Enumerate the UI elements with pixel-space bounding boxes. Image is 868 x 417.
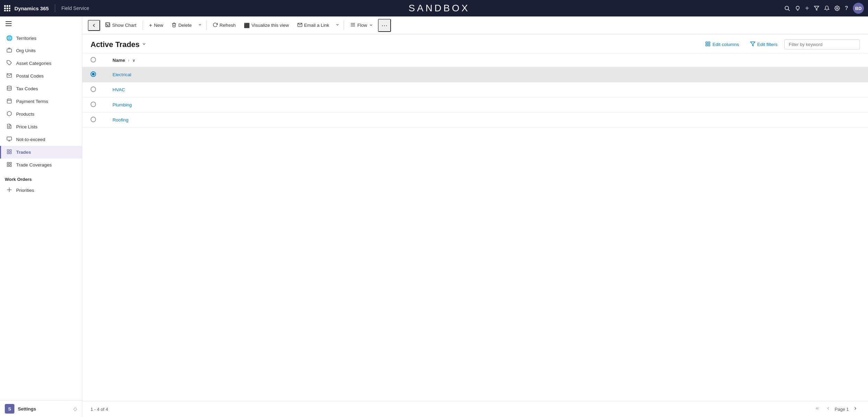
row-name-link[interactable]: Roofing [112, 117, 129, 123]
new-button[interactable]: + New [146, 20, 167, 31]
sidebar-item-label: Trades [16, 150, 31, 155]
bell-icon[interactable] [824, 5, 830, 11]
table-row[interactable]: HVAC [82, 82, 868, 97]
sort-asc-icon[interactable]: ↑ [128, 58, 130, 62]
refresh-button[interactable]: Refresh [209, 20, 239, 31]
sidebar-item-price-lists[interactable]: Price Lists [0, 120, 82, 133]
row-radio[interactable] [91, 117, 96, 122]
work-orders-section: Work Orders [0, 171, 82, 184]
email-link-icon [297, 22, 302, 28]
sort-dropdown-icon[interactable]: ∨ [132, 58, 135, 62]
products-icon [6, 111, 13, 117]
filter-input[interactable] [784, 39, 860, 49]
content-area: Show Chart + New Delete R [82, 16, 868, 417]
row-name-cell: Roofing [104, 113, 868, 128]
edit-filters-button[interactable]: Edit filters [746, 39, 782, 50]
avatar[interactable]: BD [853, 3, 864, 14]
row-check-cell [82, 113, 104, 128]
sidebar-item-products[interactable]: Products [0, 108, 82, 120]
svg-rect-44 [706, 44, 708, 46]
pagination: Page 1 [813, 405, 860, 414]
more-button[interactable]: ⋯ [378, 19, 391, 32]
row-name-cell: Electrical [104, 67, 868, 82]
sidebar-item-postal-codes[interactable]: Postal Codes [0, 70, 82, 82]
sidebar-item-asset-categories[interactable]: Asset Categories [0, 57, 82, 70]
svg-point-12 [836, 8, 838, 9]
waffle-icon[interactable] [4, 5, 10, 11]
refresh-label: Refresh [219, 23, 236, 28]
edit-filters-label: Edit filters [757, 42, 777, 47]
hamburger-icon[interactable] [5, 21, 12, 28]
svg-rect-1 [7, 5, 8, 7]
header-radio[interactable] [91, 57, 96, 62]
list-title-chevron-icon[interactable] [142, 42, 146, 47]
list-footer: 1 - 4 of 4 Page 1 [82, 401, 868, 417]
bulb-icon[interactable] [795, 5, 800, 11]
delete-button[interactable]: Delete [168, 20, 195, 31]
svg-rect-16 [7, 49, 11, 52]
show-chart-button[interactable]: Show Chart [102, 20, 140, 31]
brand-name[interactable]: Dynamics 365 [14, 5, 49, 11]
col-name-header: Name ↑ ∨ [104, 54, 868, 67]
sidebar-settings[interactable]: S Settings ◇ [0, 400, 82, 417]
svg-rect-29 [7, 150, 9, 151]
svg-rect-5 [9, 8, 10, 9]
delete-icon [171, 22, 177, 28]
settings-avatar: S [5, 404, 14, 414]
svg-rect-3 [4, 8, 6, 9]
row-name-link[interactable]: Plumbing [112, 102, 132, 107]
add-icon[interactable]: + [805, 4, 809, 12]
priorities-icon [6, 187, 13, 194]
svg-point-9 [785, 6, 789, 10]
sidebar-item-label: Postal Codes [16, 73, 44, 79]
sidebar-item-territories[interactable]: 🌐 Territories [0, 32, 82, 44]
table-row[interactable]: Roofing [82, 113, 868, 128]
app-brand: Dynamics 365 Field Service [14, 4, 89, 12]
help-icon[interactable]: ? [845, 5, 848, 11]
gear-icon[interactable] [834, 5, 840, 11]
prev-page-button[interactable] [824, 405, 833, 414]
edit-columns-button[interactable]: Edit columns [701, 39, 743, 50]
sidebar-item-priorities[interactable]: Priorities [0, 184, 82, 197]
row-radio[interactable] [91, 71, 96, 77]
sidebar-item-org-units[interactable]: Org Units [0, 44, 82, 57]
sidebar-item-trade-coverages[interactable]: Trade Coverages [0, 159, 82, 171]
row-name-link[interactable]: Electrical [112, 72, 131, 77]
flow-button[interactable]: Flow [347, 20, 377, 31]
email-link-button[interactable]: Email a Link [294, 20, 333, 31]
first-page-button[interactable] [813, 405, 822, 414]
sidebar-item-not-to-exceed[interactable]: Not-to-exceed [0, 133, 82, 146]
list-title-area: Active Trades [91, 40, 146, 49]
svg-rect-32 [7, 152, 9, 154]
search-icon[interactable] [784, 5, 790, 11]
sidebar-item-payment-terms[interactable]: Payment Terms [0, 95, 82, 108]
back-button[interactable] [88, 20, 100, 31]
email-dropdown-icon[interactable] [334, 21, 341, 29]
toolbar-divider-2 [206, 21, 206, 30]
svg-rect-6 [4, 10, 6, 11]
row-radio[interactable] [91, 86, 96, 92]
main-layout: 🌐 Territories Org Units Asset Categories… [0, 16, 868, 417]
table-row[interactable]: Plumbing [82, 97, 868, 113]
next-page-button[interactable] [851, 405, 860, 414]
visualize-button[interactable]: ⬛ Visualize this view [240, 21, 292, 30]
svg-marker-45 [750, 42, 755, 46]
email-link-label: Email a Link [304, 23, 330, 28]
module-name[interactable]: Field Service [61, 5, 89, 11]
price-lists-icon [6, 124, 13, 130]
nav-icons: + ? BD [784, 3, 864, 14]
svg-rect-4 [7, 8, 8, 9]
show-chart-icon [105, 22, 110, 28]
row-radio[interactable] [91, 102, 96, 107]
sidebar-item-trades[interactable]: Trades [0, 146, 82, 159]
sidebar-item-tax-codes[interactable]: Tax Codes [0, 82, 82, 95]
row-name-cell: Plumbing [104, 97, 868, 113]
delete-dropdown-icon[interactable] [197, 21, 203, 29]
svg-rect-36 [7, 165, 9, 166]
row-name-link[interactable]: HVAC [112, 87, 125, 92]
edit-columns-icon [705, 41, 711, 48]
row-check-cell [82, 97, 104, 113]
svg-rect-31 [10, 152, 11, 154]
filter-nav-icon[interactable] [814, 5, 819, 11]
table-row[interactable]: Electrical [82, 67, 868, 82]
